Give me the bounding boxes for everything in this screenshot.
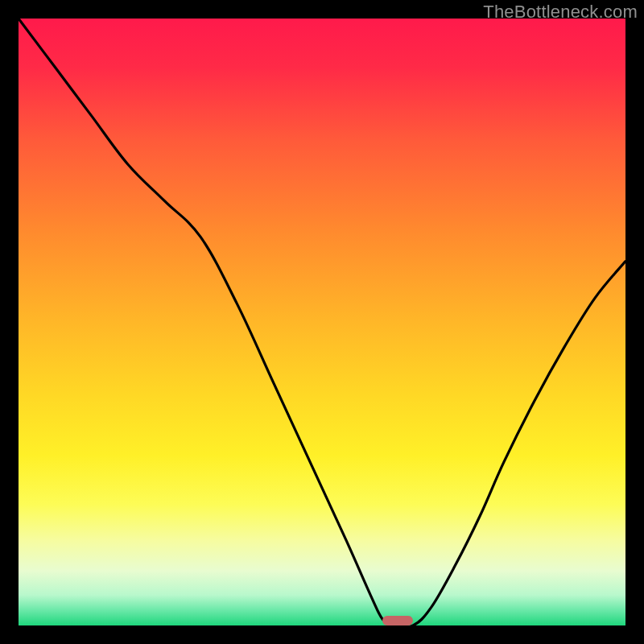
watermark-text: TheBottleneck.com bbox=[483, 2, 638, 23]
plot-area bbox=[19, 19, 625, 625]
optimal-marker bbox=[382, 616, 413, 625]
bottleneck-curve bbox=[19, 19, 625, 625]
chart-container: TheBottleneck.com bbox=[0, 0, 644, 644]
